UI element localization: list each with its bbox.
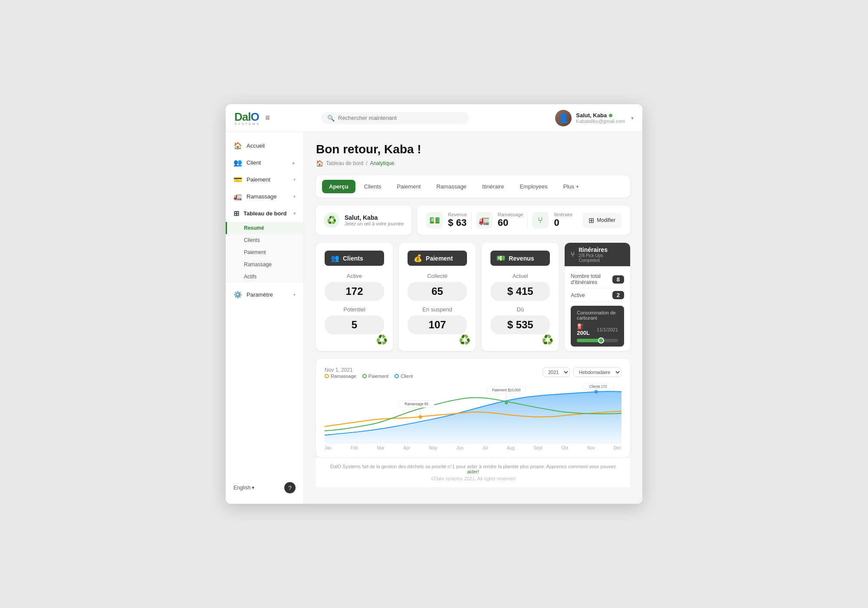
language-selector[interactable]: English ▾ (233, 485, 254, 491)
breadcrumb-current[interactable]: Analytique (370, 160, 394, 166)
avatar: 👤 (555, 110, 572, 126)
sidebar-bottom: English ▾ ? (226, 477, 303, 499)
clients-card-icon: 👥 (331, 254, 339, 262)
tabs-bar: Aperçu Clients Paiement Ramassage Itinér… (316, 175, 630, 198)
dashboard-icon: ⊞ (233, 209, 239, 218)
legend-dot-ramassage (325, 374, 329, 378)
tab-apercu[interactable]: Aperçu (322, 180, 355, 193)
sidebar-item-ramassage[interactable]: 🚛 Ramassage ▾ (226, 188, 303, 205)
clients-card-header: 👥 Clients (325, 251, 384, 266)
recycle-icon: ♻️ (324, 212, 339, 228)
recycle-corner-paiement: ♻️ (459, 334, 470, 346)
clients-annotation: Clients 172 (589, 384, 607, 389)
chevron-icon-3: ▾ (293, 194, 296, 199)
footer: DalO Systems fait de la gestion des déch… (316, 457, 630, 487)
paiement-pending-row: En suspend 107 (408, 306, 467, 334)
paiement-collected-label: Collecté (408, 273, 467, 279)
breadcrumb-home: Tableau de bord (326, 160, 363, 166)
chart-legend: Ramassage Paiement Client (325, 373, 413, 379)
tab-itineraire[interactable]: Itinéraire (475, 180, 511, 193)
search-input[interactable] (338, 115, 463, 121)
lang-chevron: ▾ (252, 485, 254, 491)
revenus-due-label: Dû (490, 306, 550, 313)
sidebar-item-accueil[interactable]: 🏠 Accueil (226, 137, 303, 154)
logo-area: DalO SYSTEMS ≡ (234, 110, 312, 126)
ramassage-value: 60 (498, 217, 523, 228)
chevron-icon-5: ▾ (293, 292, 296, 297)
legend-dot-paiement (362, 374, 367, 378)
user-menu-chevron[interactable]: ▾ (631, 115, 634, 121)
fuel-bar-fill (577, 339, 604, 342)
iti-total-value: 8 (612, 275, 624, 284)
iti-total-row: Nombre total d'itinéraires 8 (571, 271, 624, 288)
banner-greeting: Salut, Kaba (345, 214, 404, 221)
banner-sub: Jetez un œil à votre journée (345, 221, 404, 226)
sidebar-sub-ramassage[interactable]: Ramassage (226, 258, 303, 271)
itineraire-value: 0 (554, 217, 572, 228)
paiement-card-title: Paiement (426, 255, 453, 262)
tab-plus[interactable]: Plus + (556, 180, 586, 193)
sidebar-item-client[interactable]: 👥 Client ▲ (226, 154, 303, 171)
revenus-card: 💵 Revenus Actuel $ 415 Dû $ 535 ♻️ (482, 243, 559, 351)
sidebar: 🏠 Accueil 👥 Client ▲ 💳 Paiement ▾ 🚛 Rama… (226, 132, 304, 504)
legend-paiement: Paiement (362, 373, 388, 379)
sidebar-sub-actifs[interactable]: Actifs (226, 271, 303, 283)
period-select[interactable]: Hebdomadaire Mensuel (573, 367, 621, 377)
sidebar-sub-resume[interactable]: Resumé (226, 222, 303, 234)
paiement-annotation: Paiement $10,000 (492, 388, 521, 393)
sidebar-sub-paiement[interactable]: Paiement (226, 246, 303, 258)
revenus-card-icon: 💵 (496, 254, 505, 262)
revenus-card-title: Revenus (509, 255, 534, 262)
tab-paiement[interactable]: Paiement (390, 180, 428, 193)
iti-total-label: Nombre total d'itinéraires (571, 273, 612, 285)
divider-1 (471, 211, 472, 229)
fuel-date: 11/1/2021 (597, 327, 618, 332)
footer-link[interactable]: aider! (467, 469, 479, 474)
divider-2 (527, 211, 528, 229)
breadcrumb-home-icon: 🏠 (316, 160, 323, 167)
user-name-text: Salut, Kaba (576, 112, 607, 119)
help-button[interactable]: ? (284, 482, 296, 493)
revenus-current-value: $ 415 (490, 282, 550, 301)
search-icon: 🔍 (327, 115, 335, 122)
sidebar-item-paiement[interactable]: 💳 Paiement ▾ (226, 171, 303, 188)
tab-clients[interactable]: Clients (357, 180, 388, 193)
user-area[interactable]: 👤 Salut, Kaba Kabataliby@gmail.com ▾ (555, 110, 634, 126)
revenus-current-row: Actuel $ 415 (490, 273, 550, 301)
itineraires-sub: 2/8 Pick Ups Completed (579, 253, 624, 263)
iti-active-row: Active 2 (571, 288, 624, 302)
cards-row: 👥 Clients Active 172 Potentiel 5 ♻️ (316, 243, 630, 351)
revenus-value: $ 63 (448, 217, 467, 228)
clients-active-label: Active (325, 273, 384, 279)
paiement-card-icon: 💰 (414, 254, 422, 262)
year-select[interactable]: 2021 2020 (542, 367, 570, 377)
legend-client: Client (395, 373, 413, 379)
clients-active-row: Active 172 (325, 273, 384, 301)
grid-icon: ⊞ (589, 216, 594, 225)
sidebar-item-parametre[interactable]: ⚙️ Paramètre ▾ (226, 286, 303, 303)
chevron-icon-2: ▾ (293, 177, 296, 182)
clients-card: 👥 Clients Active 172 Potentiel 5 ♻️ (316, 243, 393, 351)
clients-icon: 👥 (233, 159, 242, 167)
payment-icon: 💳 (233, 175, 242, 184)
stat-revenus: 💵 Revenus $ 63 (426, 212, 467, 228)
search-bar[interactable]: 🔍 (321, 112, 469, 124)
tab-ramassage[interactable]: Ramassage (429, 180, 473, 193)
legend-dot-client (395, 374, 399, 378)
sidebar-item-tableau[interactable]: ⊞ Tableau de bord ▾ (226, 205, 303, 222)
paiement-card-header: 💰 Paiement (408, 251, 467, 266)
footer-text: DalO Systems fait de la gestion des déch… (330, 464, 616, 469)
hamburger-icon[interactable]: ≡ (265, 113, 270, 122)
modify-button[interactable]: ⊞ Modifier (582, 213, 621, 228)
sidebar-label-accueil: Accueil (247, 142, 265, 149)
tab-employees[interactable]: Employees (513, 180, 554, 193)
main-content: Bon retour, Kaba ! 🏠 Tableau de bord / A… (304, 132, 642, 504)
chart-header: Nov 1, 2021 Ramassage Paiement (325, 366, 621, 379)
sidebar-sub-clients[interactable]: Clients (226, 234, 303, 246)
paiement-pending-label: En suspend (408, 306, 467, 313)
sidebar-submenu: Resumé Clients Paiement Ramassage Actifs (226, 222, 303, 283)
chart-section: Nov 1, 2021 Ramassage Paiement (316, 359, 630, 457)
sidebar-label-ramassage: Ramassage (247, 193, 276, 200)
itineraire-label: Itinéraire (554, 212, 572, 217)
sidebar-label-paiement: Paiement (247, 176, 270, 183)
